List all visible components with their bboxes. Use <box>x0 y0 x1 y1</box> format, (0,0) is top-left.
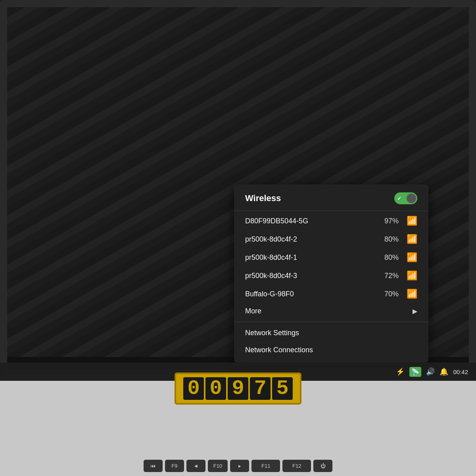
key-f11[interactable]: F11 <box>251 460 280 472</box>
taskbar-system-icons: ⚡ 📡 🔊 🔔 00:42 <box>396 367 468 377</box>
network-name-2: pr500k-8d0c4f-1 <box>245 253 384 262</box>
key-f12[interactable]: F12 <box>282 460 311 472</box>
network-name-1: pr500k-8d0c4f-2 <box>245 235 384 244</box>
number-plate: 0 0 9 7 5 <box>175 372 301 405</box>
network-row-3[interactable]: pr500k-8d0c4f-3 72% 📶 <box>234 267 428 285</box>
plate-digit-2: 9 <box>228 377 248 400</box>
network-name-3: pr500k-8d0c4f-3 <box>245 272 384 280</box>
plate-digit-4: 5 <box>272 377 293 400</box>
plate-digit-3: 7 <box>250 377 271 400</box>
system-clock: 00:42 <box>453 369 468 375</box>
wifi-signal-icon-4: 📶 <box>407 289 417 299</box>
network-row-2[interactable]: pr500k-8d0c4f-1 80% 📶 <box>234 248 428 267</box>
key-power[interactable]: ⏻ <box>313 460 332 472</box>
keyboard-area: 0 0 9 7 5 ⏮ F9 ◄ F10 ▸ F11 F12 ⏻ <box>0 381 476 476</box>
more-arrow-icon: ▶ <box>413 307 417 315</box>
more-row[interactable]: More ▶ <box>234 303 428 319</box>
network-strength-1: 80% <box>384 235 399 244</box>
network-strength-0: 97% <box>384 217 399 225</box>
bluetooth-icon[interactable]: ⚡ <box>396 367 405 376</box>
wifi-signal-icon-0: 📶 <box>407 216 417 226</box>
notification-icon[interactable]: 🔔 <box>440 367 448 376</box>
network-settings-action[interactable]: Network Settings <box>234 324 428 342</box>
volume-icon[interactable]: 🔊 <box>426 367 435 376</box>
plate-digit-0: 0 <box>183 377 204 400</box>
wifi-signal-icon-1: 📶 <box>407 234 417 244</box>
key-f9[interactable]: F9 <box>165 460 184 472</box>
key-f10[interactable]: F10 <box>208 460 228 472</box>
wifi-tray-icon[interactable]: 📡 <box>409 367 421 377</box>
plate-digit-1: 0 <box>205 377 226 400</box>
network-strength-2: 80% <box>384 253 399 262</box>
network-strength-3: 72% <box>384 272 399 280</box>
keyboard-function-row: ⏮ F9 ◄ F10 ▸ F11 F12 ⏻ <box>144 460 332 472</box>
wireless-toggle[interactable]: ✓ <box>394 192 417 204</box>
network-row-0[interactable]: D80F99DB5044-5G 97% 📶 <box>234 212 428 230</box>
divider-2 <box>234 322 428 322</box>
key-vol-down[interactable]: ◄ <box>186 460 205 472</box>
more-label: More <box>245 307 413 315</box>
wifi-signal-icon-2: 📶 <box>407 252 417 263</box>
network-name-0: D80F99DB5044-5G <box>245 217 384 225</box>
toggle-check-icon: ✓ <box>397 196 401 202</box>
network-row-4[interactable]: Buffalo-G-98F0 70% 📶 <box>234 285 428 303</box>
network-name-4: Buffalo-G-98F0 <box>245 290 384 298</box>
wifi-header: Wireless ✓ <box>234 188 428 210</box>
network-connections-action[interactable]: Network Connections <box>234 342 428 359</box>
key-prev[interactable]: ⏮ <box>144 460 163 472</box>
key-vol-up[interactable]: ▸ <box>230 460 249 472</box>
wifi-signal-icon-3: 📶 <box>407 271 417 281</box>
wifi-popup-menu: Wireless ✓ D80F99DB5044-5G 97% 📶 pr500k-… <box>234 184 428 363</box>
divider-1 <box>234 211 428 211</box>
network-strength-4: 70% <box>384 290 399 298</box>
network-row-1[interactable]: pr500k-8d0c4f-2 80% 📶 <box>234 230 428 248</box>
wifi-header-label: Wireless <box>245 193 281 203</box>
toggle-knob <box>407 194 416 203</box>
